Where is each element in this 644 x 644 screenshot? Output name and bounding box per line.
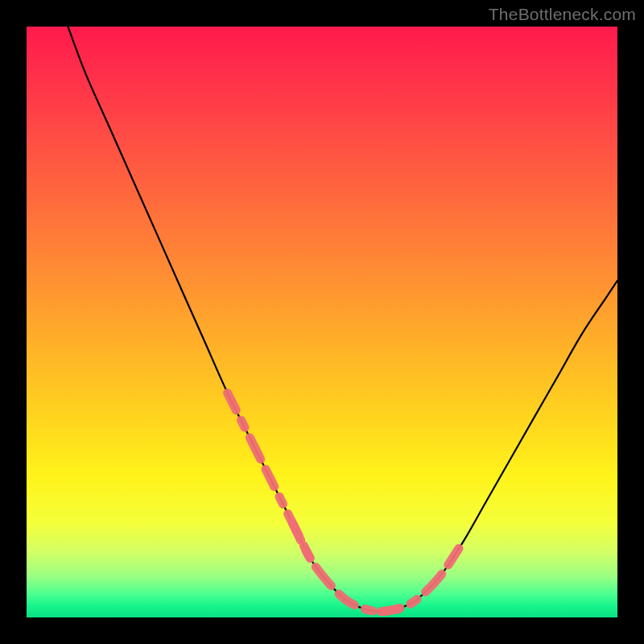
curve-highlight-group: [228, 393, 464, 612]
plot-area: [27, 27, 617, 617]
chart-frame: TheBottleneck.com: [0, 0, 644, 644]
curve-highlight-2: [381, 541, 464, 612]
curve-highlight-1: [292, 523, 398, 612]
watermark-text: TheBottleneck.com: [489, 5, 636, 24]
curve-line: [68, 27, 617, 612]
curve-line-group: [68, 27, 617, 612]
curve-svg: [27, 27, 617, 617]
